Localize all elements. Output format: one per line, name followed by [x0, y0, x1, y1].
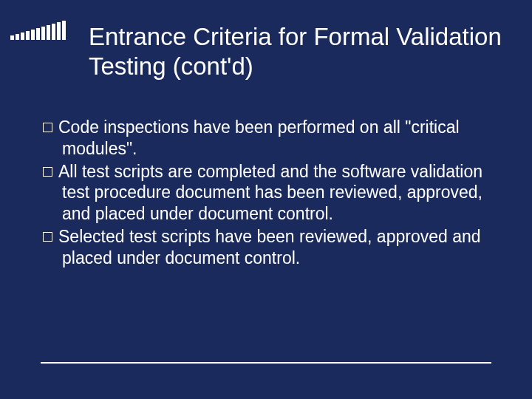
header-bars-decoration — [10, 21, 66, 40]
bullet-text: Selected test scripts have been reviewed… — [58, 227, 481, 267]
checkbox-icon — [43, 123, 52, 132]
checkbox-icon — [43, 167, 52, 177]
bullet-text: All test scripts are completed and the s… — [58, 162, 482, 224]
checkbox-icon — [43, 232, 52, 242]
bullet-text: Code inspections have been performed on … — [58, 117, 460, 158]
bullet-item: Selected test scripts have been reviewed… — [43, 226, 495, 269]
footer-divider — [41, 362, 491, 364]
slide-title: Entrance Criteria for Formal Validation … — [89, 22, 502, 81]
slide-content: Code inspections have been performed on … — [43, 117, 495, 270]
bullet-item: All test scripts are completed and the s… — [43, 161, 495, 225]
bullet-item: Code inspections have been performed on … — [43, 117, 495, 160]
